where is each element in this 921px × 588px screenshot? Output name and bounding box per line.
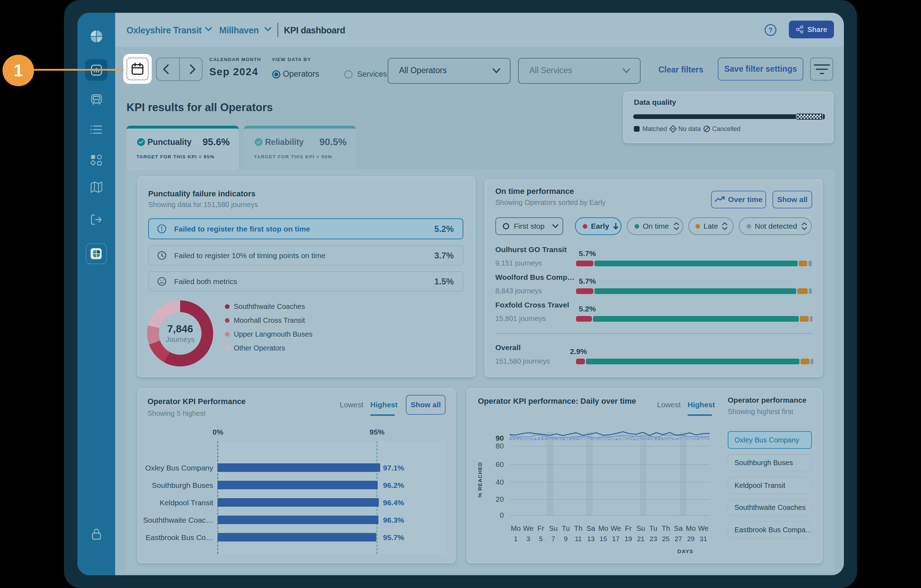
svg-text:?: ? <box>768 26 773 34</box>
